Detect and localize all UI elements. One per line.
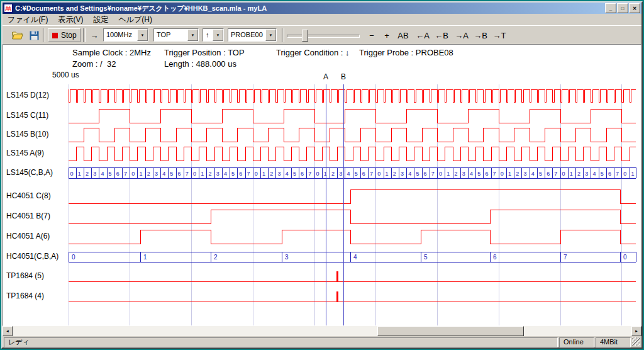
marker-label-b: B [338,72,348,81]
svg-text:6: 6 [301,171,304,177]
trigger-probe-value: PROBE00 [228,29,265,41]
goto-marker-a-right-button[interactable]: →A [453,28,470,42]
svg-text:4: 4 [531,171,535,177]
svg-text:0: 0 [70,171,74,177]
svg-text:4: 4 [592,171,596,177]
trigger-position-select[interactable]: TOP ▼ [153,28,199,42]
svg-text:6: 6 [547,171,550,177]
svg-text:6: 6 [178,171,181,177]
svg-text:6: 6 [116,171,119,177]
svg-text:1: 1 [139,171,142,177]
svg-text:2: 2 [393,171,396,177]
zoom-in-button[interactable]: + [380,28,394,42]
scroll-thumb[interactable] [377,326,524,336]
window-title: C:¥Documents and Settings¥noname¥デスクトップ¥… [15,4,605,13]
goto-marker-a-left-button[interactable]: ←A [414,28,431,42]
svg-text:0: 0 [255,171,258,177]
svg-text:4: 4 [408,171,411,177]
svg-text:1: 1 [262,171,265,177]
sample-clock-value: 100MHz [104,29,137,41]
svg-text:4: 4 [353,254,357,261]
waveform-area[interactable]: 0123456701234567012345670123456701234567… [3,45,641,325]
channel-label: TP1684 (4) [6,291,44,300]
svg-text:2: 2 [214,254,218,261]
chevron-down-icon[interactable]: ▼ [137,29,148,41]
sample-clock-select[interactable]: 100MHz ▼ [103,28,148,42]
svg-text:6: 6 [493,254,497,261]
status-message: レディ [4,337,558,347]
svg-text:3: 3 [523,171,526,177]
scroll-right-button[interactable]: ► [631,326,641,336]
app-icon [4,4,13,13]
toolbar-separator [282,28,284,42]
svg-text:5: 5 [170,171,173,177]
svg-text:7: 7 [554,171,557,177]
open-folder-icon [12,31,23,40]
goto-trigger-button[interactable]: →T [491,28,508,42]
svg-text:0: 0 [72,254,75,261]
svg-text:4: 4 [101,171,104,177]
svg-text:3: 3 [93,171,96,177]
resize-grip[interactable] [632,337,640,346]
svg-text:5: 5 [477,171,480,177]
svg-text:5: 5 [109,171,112,177]
toolbar-separator [43,28,45,42]
channel-label: LS145 A(9) [6,149,44,157]
svg-text:0: 0 [623,254,627,261]
svg-text:6: 6 [362,171,365,177]
menu-file[interactable]: ファイル(F) [3,14,53,26]
chevron-down-icon[interactable]: ▼ [265,29,276,41]
minimize-button[interactable]: _ [605,3,616,13]
save-button[interactable] [26,28,42,42]
menubar: ファイル(F) 表示(V) 設定 ヘルプ(H) [3,14,641,26]
ab-button[interactable]: AB [395,28,411,42]
svg-text:7: 7 [124,171,127,177]
svg-text:3: 3 [339,171,342,177]
menu-settings[interactable]: 設定 [88,14,113,26]
zoom-slider-thumb[interactable] [302,30,308,42]
svg-text:7: 7 [370,171,373,177]
svg-text:4: 4 [347,171,350,177]
statusbar: レディ Online 4MBit [3,336,641,347]
svg-text:7: 7 [308,171,311,177]
open-button[interactable] [10,28,25,42]
svg-text:6: 6 [424,171,427,177]
svg-text:3: 3 [216,171,219,177]
chevron-down-icon[interactable]: ▼ [187,29,198,41]
zoom-slider[interactable] [287,30,360,41]
svg-text:4: 4 [286,171,289,177]
svg-text:6: 6 [239,171,242,177]
menu-view[interactable]: 表示(V) [53,14,88,26]
svg-text:2: 2 [577,171,580,177]
goto-marker-b-left-button[interactable]: ←B [433,28,450,42]
horizontal-scrollbar[interactable]: ◄ ► [3,326,641,336]
svg-text:0: 0 [316,171,319,177]
svg-text:1: 1 [570,171,573,177]
menu-help[interactable]: ヘルプ(H) [113,14,157,26]
svg-text:1: 1 [201,171,204,177]
scroll-left-button[interactable]: ◄ [3,326,13,336]
close-button[interactable]: ✕ [629,3,640,13]
zoom-slider-track [287,35,360,38]
channel-label: TP1684 (5) [6,271,44,280]
maximize-button[interactable]: □ [617,3,628,13]
svg-text:3: 3 [401,171,404,177]
goto-marker-b-right-button[interactable]: →B [472,28,489,42]
svg-text:1: 1 [324,171,327,177]
svg-text:2: 2 [331,171,335,177]
svg-text:2: 2 [147,171,150,177]
chevron-down-icon[interactable]: ▼ [213,29,223,41]
stop-button[interactable]: Stop [48,28,80,42]
svg-text:3: 3 [585,171,588,177]
stop-icon [52,33,58,38]
run-button[interactable]: → [87,28,102,42]
trigger-edge-value: ↑ [203,29,213,41]
trigger-probe-select[interactable]: PROBE00 ▼ [228,28,277,42]
channel-label: HC4051 A(6) [6,232,50,240]
app-window: C:¥Documents and Settings¥noname¥デスクトップ¥… [1,1,643,349]
trigger-edge-select[interactable]: ↑ ▼ [203,28,224,42]
svg-text:2: 2 [516,171,519,177]
titlebar[interactable]: C:¥Documents and Settings¥noname¥デスクトップ¥… [3,3,641,14]
svg-text:7: 7 [616,171,619,177]
zoom-out-button[interactable]: − [365,28,379,42]
